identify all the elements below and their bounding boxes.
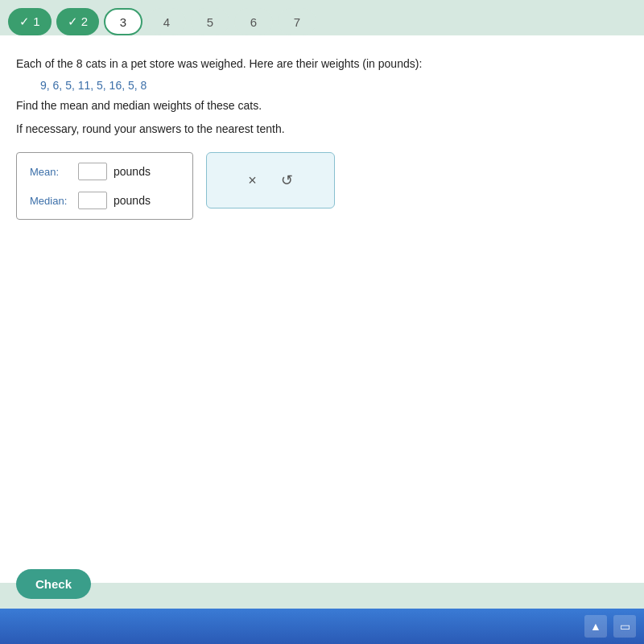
median-input[interactable] xyxy=(78,192,107,209)
tab-3[interactable]: 3 xyxy=(104,8,142,35)
instruction-2: If necessary, round your answers to the … xyxy=(16,120,628,138)
taskbar-icon-1[interactable]: ▲ xyxy=(584,615,607,638)
tab-bar: ✓ 1 ✓ 2 3 4 5 6 7 xyxy=(0,0,644,35)
mean-unit: pounds xyxy=(114,165,151,178)
close-icon[interactable]: × xyxy=(248,172,257,189)
mean-row: Mean: pounds xyxy=(30,163,180,180)
taskbar: ▲ ▭ xyxy=(0,609,644,644)
answer-box: Mean: pounds Median: pounds xyxy=(16,152,193,220)
mean-label: Mean: xyxy=(30,166,72,178)
undo-icon[interactable]: ↻ xyxy=(281,171,293,189)
tab-5[interactable]: 5 xyxy=(191,8,229,35)
main-content: Each of the 8 cats in a pet store was we… xyxy=(0,35,644,583)
instruction-1: Find the mean and median weights of thes… xyxy=(16,97,628,114)
median-unit: pounds xyxy=(114,194,151,207)
problem-description: Each of the 8 cats in a pet store was we… xyxy=(16,55,628,72)
check-button[interactable]: Check xyxy=(16,569,91,599)
answer-area: Mean: pounds Median: pounds × ↻ xyxy=(16,152,628,220)
tab-1[interactable]: ✓ 1 xyxy=(8,8,52,35)
median-label: Median: xyxy=(30,195,72,207)
data-values: 9, 6, 5, 11, 5, 16, 5, 8 xyxy=(40,79,628,92)
tab-7[interactable]: 7 xyxy=(278,8,316,35)
tab-4[interactable]: 4 xyxy=(147,8,186,35)
median-row: Median: pounds xyxy=(30,192,180,209)
check-button-area: Check xyxy=(16,569,91,599)
action-box: × ↻ xyxy=(206,152,335,208)
tab-2[interactable]: ✓ 2 xyxy=(56,8,100,35)
tab-6[interactable]: 6 xyxy=(234,8,273,35)
mean-input[interactable] xyxy=(78,163,107,180)
taskbar-icon-2[interactable]: ▭ xyxy=(613,615,636,638)
